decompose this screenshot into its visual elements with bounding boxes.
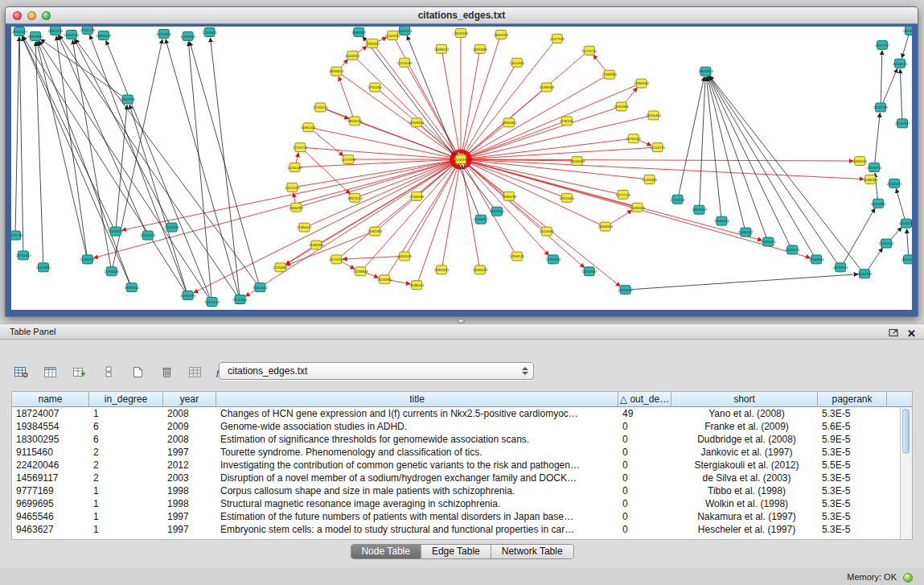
table-cell[interactable]: Stergiakouli et al. (2012): [671, 459, 818, 472]
create-column-icon[interactable]: [69, 363, 90, 381]
graph-edge[interactable]: [129, 105, 187, 291]
graph-edge[interactable]: [294, 193, 295, 204]
table-row[interactable]: 1872400712008Changes of HCN gene express…: [12, 407, 900, 420]
table-cell[interactable]: 0: [618, 484, 671, 497]
table-cell[interactable]: Disruption of a novel member of a sodium…: [216, 472, 618, 484]
column-header-short[interactable]: short: [671, 392, 818, 407]
table-cell[interactable]: 1: [89, 523, 163, 536]
table-cell[interactable]: 2: [89, 472, 163, 484]
table-cell[interactable]: Nakamura et al. (1997): [671, 510, 818, 523]
close-window-button[interactable]: [13, 11, 22, 20]
table-cell[interactable]: 0: [618, 433, 671, 446]
table-cell[interactable]: 1: [89, 484, 163, 497]
graph-edge[interactable]: [356, 46, 367, 53]
graph-edge[interactable]: [75, 39, 170, 224]
network-window-titlebar[interactable]: citations_edges.txt: [6, 7, 918, 24]
graph-edge[interactable]: [625, 88, 638, 104]
table-row[interactable]: 1830029562008Estimation of significance …: [12, 433, 900, 446]
table-cell[interactable]: 1997: [163, 446, 216, 459]
graph-edge[interactable]: [907, 229, 909, 256]
graph-edge[interactable]: [442, 165, 460, 266]
table-mode-icon[interactable]: [11, 363, 32, 381]
table-cell[interactable]: 1997: [163, 510, 216, 523]
graph-edge[interactable]: [299, 159, 454, 167]
graph-edge[interactable]: [709, 76, 815, 256]
graph-edge[interactable]: [900, 69, 901, 120]
graph-edge[interactable]: [881, 51, 882, 104]
table-cell[interactable]: Changes of HCN gene expression and I(f) …: [216, 407, 618, 420]
table-cell[interactable]: 0: [618, 459, 671, 472]
graph-edge[interactable]: [22, 36, 113, 228]
graph-edge[interactable]: [285, 163, 456, 266]
table-cell[interactable]: Embryonic stem cells: a model to study s…: [216, 523, 618, 536]
table-cell[interactable]: Dudbridge et al. (2008): [671, 433, 818, 446]
graph-edge[interactable]: [387, 164, 457, 276]
table-cell[interactable]: 2008: [163, 407, 216, 420]
table-cell[interactable]: 5.9E-5: [818, 433, 887, 446]
table-cell[interactable]: Tibbo et al. (1998): [671, 484, 818, 497]
table-cell[interactable]: Corpus callosum shape and size in male p…: [216, 484, 618, 497]
table-cell[interactable]: 1998: [163, 497, 216, 510]
table-row[interactable]: 969969511998Structural magnetic resonanc…: [12, 497, 900, 510]
graph-edge[interactable]: [339, 76, 353, 117]
graph-edge[interactable]: [340, 163, 456, 257]
delete-table-icon[interactable]: [156, 363, 177, 381]
table-cell[interactable]: 9777169: [12, 484, 89, 497]
column-header-in_degree[interactable]: in_degree: [89, 392, 163, 407]
table-row[interactable]: 1938455462009Genome-wide association stu…: [12, 420, 900, 433]
column-header-name[interactable]: name: [12, 392, 89, 407]
zoom-window-button[interactable]: [42, 11, 51, 20]
graph-edge[interactable]: [593, 55, 606, 72]
graph-edge[interactable]: [466, 53, 585, 156]
graph-edge[interactable]: [38, 41, 130, 283]
table-cell[interactable]: 1: [89, 497, 163, 510]
graph-edge[interactable]: [467, 147, 653, 159]
graph-edge[interactable]: [467, 116, 649, 158]
table-cell[interactable]: 5.3E-5: [818, 523, 887, 536]
graph-edge[interactable]: [210, 38, 239, 295]
graph-edge[interactable]: [843, 208, 875, 264]
import-table-icon[interactable]: [185, 363, 206, 381]
table-cell[interactable]: 2003: [163, 472, 216, 484]
graph-edge[interactable]: [343, 257, 400, 259]
graph-edge[interactable]: [395, 39, 458, 154]
table-cell[interactable]: 2: [89, 459, 163, 472]
table-cell[interactable]: 2008: [163, 433, 216, 446]
table-cell[interactable]: 9699695: [12, 497, 89, 510]
table-cell[interactable]: Structural magnetic resonance image aver…: [216, 497, 618, 510]
table-cell[interactable]: 6: [89, 420, 163, 433]
graph-edge[interactable]: [707, 76, 745, 228]
float-panel-icon[interactable]: [889, 326, 899, 340]
table-row[interactable]: 1456911722003Disruption of a novel membe…: [12, 472, 900, 484]
graph-edge[interactable]: [630, 274, 859, 290]
table-cell[interactable]: 5.3E-5: [818, 510, 887, 523]
graph-edge[interactable]: [166, 39, 239, 296]
table-cell[interactable]: 5.3E-5: [818, 407, 887, 420]
table-cell[interactable]: 2: [89, 446, 163, 459]
table-cell[interactable]: 9463627: [12, 523, 89, 536]
table-cell[interactable]: 0: [618, 420, 671, 433]
graph-edge[interactable]: [868, 248, 883, 270]
column-header-title[interactable]: title: [216, 392, 618, 407]
new-table-icon[interactable]: [127, 363, 148, 381]
graph-edge[interactable]: [389, 280, 410, 284]
table-cell[interactable]: Hescheler et al. (1997): [671, 523, 818, 536]
graph-edge[interactable]: [901, 35, 909, 58]
table-cell[interactable]: 2012: [163, 459, 216, 472]
table-selector-dropdown[interactable]: citations_edges.txt: [219, 362, 534, 380]
graph-edge[interactable]: [896, 189, 905, 220]
graph-edge[interactable]: [467, 122, 563, 158]
close-panel-icon[interactable]: ✕: [907, 328, 916, 340]
graph-edge[interactable]: [709, 76, 838, 264]
graph-edge[interactable]: [467, 108, 617, 158]
table-cell[interactable]: 5.3E-5: [818, 497, 887, 510]
graph-edge[interactable]: [882, 68, 897, 104]
graph-edge[interactable]: [462, 53, 479, 154]
table-cell[interactable]: Tourette syndrome. Phenomenology and cla…: [216, 446, 618, 459]
table-cell[interactable]: Estimation of significance thresholds fo…: [216, 433, 618, 446]
graph-edge[interactable]: [464, 163, 548, 256]
graph-edge[interactable]: [15, 37, 19, 232]
table-row[interactable]: 977716911998Corpus callosum shape and si…: [12, 484, 900, 497]
graph-edge[interactable]: [194, 161, 457, 293]
graph-edge[interactable]: [58, 35, 146, 232]
